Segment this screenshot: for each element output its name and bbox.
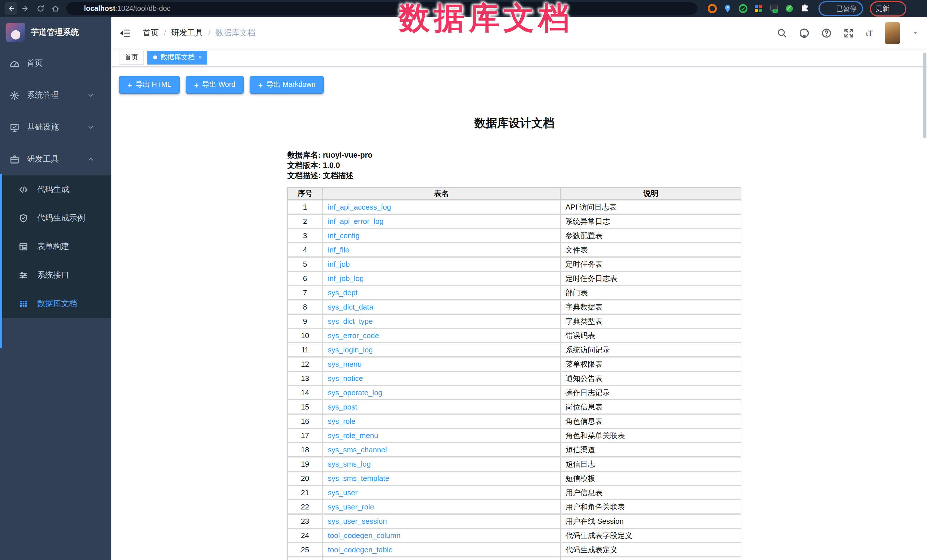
github-icon[interactable] [799,28,809,38]
info-icon[interactable] [72,5,79,12]
extension-green-check-icon[interactable] [739,4,748,13]
breadcrumb: 首页/研发工具/数据库文档 [143,28,255,38]
table-link[interactable]: sys_operate_log [328,389,382,397]
sidebar-item-0[interactable]: 首页 [0,47,111,79]
breadcrumb-separator: / [164,29,166,37]
close-tab-icon[interactable]: × [198,54,202,61]
forward-button[interactable] [20,2,32,15]
export-button-2[interactable]: +导出 Markdown [249,76,324,94]
row-num: 15 [287,400,323,414]
sidebar-subitem-1[interactable]: 代码生成示例 [0,204,111,232]
page-scrollbar-thumb[interactable] [923,53,926,138]
home-button[interactable] [49,2,62,15]
kebab-menu-icon[interactable] [893,5,901,12]
table-link[interactable]: sys_user_role [328,502,374,511]
row-num: 3 [287,228,323,243]
table-link[interactable]: sys_sms_log [328,460,371,468]
row-name: inf_config [323,228,560,243]
row-num: 12 [287,357,323,371]
extension-orange-icon[interactable] [708,4,717,13]
row-desc: 字典类型表 [560,314,742,328]
extension-on-badge-icon[interactable]: on [769,4,778,13]
row-desc: 岗位信息表 [560,400,742,414]
translate-paused-chip[interactable]: 已暂停 [819,1,863,16]
export-button-1[interactable]: +导出 Word [185,76,244,94]
question-icon[interactable] [821,28,831,38]
table-link[interactable]: sys_notice [328,374,363,382]
sidebar-subitem-2[interactable]: 表单构建 [0,232,111,261]
row-name: sys_login_log [323,343,560,357]
table-link[interactable]: sys_sms_channel [328,446,387,454]
sidebar-logo-bar[interactable]: 芋道管理系统 [0,17,111,47]
update-button[interactable]: 更新 [870,1,906,16]
row-num: 1 [287,200,323,214]
svg-text:on: on [774,10,777,12]
row-desc: 操作日志记录 [560,385,742,400]
sidebar-item-1[interactable]: 系统管理 [0,79,111,111]
button-label: 导出 Word [202,80,235,90]
sidebar-item-3[interactable]: 研发工具 [0,143,111,175]
fullscreen-icon[interactable] [843,28,854,38]
extension-puzzle-icon[interactable] [800,4,809,13]
table-row: 3 inf_config 参数配置表 [287,228,742,243]
sidebar-subitem-label: 数据库文档 [37,299,77,309]
table-link[interactable]: inf_file [328,246,349,254]
chevron-up-icon [87,156,94,163]
tab-0[interactable]: 首页 [119,50,144,64]
row-num: 23 [287,514,323,528]
table-link[interactable]: sys_user [328,488,357,497]
table-link[interactable]: sys_dict_type [328,317,373,326]
row-num: 7 [287,285,323,300]
doc-info-row: 文档描述: 文档描述 [287,171,742,181]
table-link[interactable]: tool_codegen_table [328,545,393,554]
table-header-row: 序号表名说明 [287,187,742,200]
table-link[interactable]: sys_role [328,417,356,425]
breadcrumb-item-1[interactable]: 研发工具 [171,28,203,38]
table-row: 14 sys_operate_log 操作日志记录 [287,385,742,400]
table-link[interactable]: sys_error_code [328,331,379,340]
table-link[interactable]: tool_codegen_column [328,531,400,540]
sidebar-subitem-0[interactable]: 代码生成 [0,175,111,204]
table-link[interactable]: sys_post [328,403,357,411]
table-link[interactable]: sys_dept [328,288,357,297]
table-link[interactable]: sys_login_log [328,346,373,354]
table-link[interactable]: sys_dict_data [328,303,373,311]
table-link[interactable]: sys_sms_template [328,474,389,483]
row-num: 6 [287,271,323,285]
table-link[interactable]: sys_menu [328,360,362,369]
tab-1[interactable]: 数据库文档× [147,50,208,64]
extension-pin-icon[interactable] [723,4,732,13]
url-text: localhost:1024/tool/db-doc [84,5,170,12]
row-desc: 用户在线 Session [560,514,742,528]
sidebar-item-2[interactable]: 基础设施 [0,111,111,143]
sidebar-subitem-3[interactable]: 系统接口 [0,261,111,290]
table-link[interactable]: inf_job_log [328,274,364,283]
url-bar[interactable]: localhost:1024/tool/db-doc [66,2,698,15]
caret-down-icon[interactable] [912,30,918,36]
avatar[interactable] [885,22,900,44]
sidebar-subitem-4[interactable]: 数据库文档 [0,290,111,318]
row-num: 10 [287,328,323,343]
table-link[interactable]: inf_config [328,231,360,240]
sidebar: 芋道管理系统 首页系统管理基础设施研发工具代码生成代码生成示例表单构建系统接口数… [0,17,111,560]
table-link[interactable]: inf_api_error_log [328,217,383,226]
export-button-0[interactable]: +导出 HTML [119,76,179,94]
sidebar-fold-icon[interactable] [120,28,130,37]
back-button[interactable] [5,2,17,15]
extension-grid-icon[interactable] [754,4,763,13]
table-link[interactable]: sys_role_menu [328,431,378,440]
table-link[interactable]: inf_api_access_log [328,203,391,211]
row-name: inf_api_error_log [323,214,560,228]
star-icon[interactable] [683,4,692,13]
infrastructure-icon [10,123,20,132]
row-desc: 短信渠道 [560,443,742,457]
reload-button[interactable] [34,2,47,15]
search-icon[interactable] [777,28,787,38]
key-icon[interactable] [667,5,675,12]
table-link[interactable]: sys_user_session [328,517,387,525]
font-size-icon[interactable]: tT [866,29,873,37]
extension-leaf-icon[interactable] [785,4,794,13]
table-link[interactable]: inf_job [328,260,350,269]
row-num: 21 [287,486,323,500]
breadcrumb-item-0[interactable]: 首页 [143,28,159,38]
